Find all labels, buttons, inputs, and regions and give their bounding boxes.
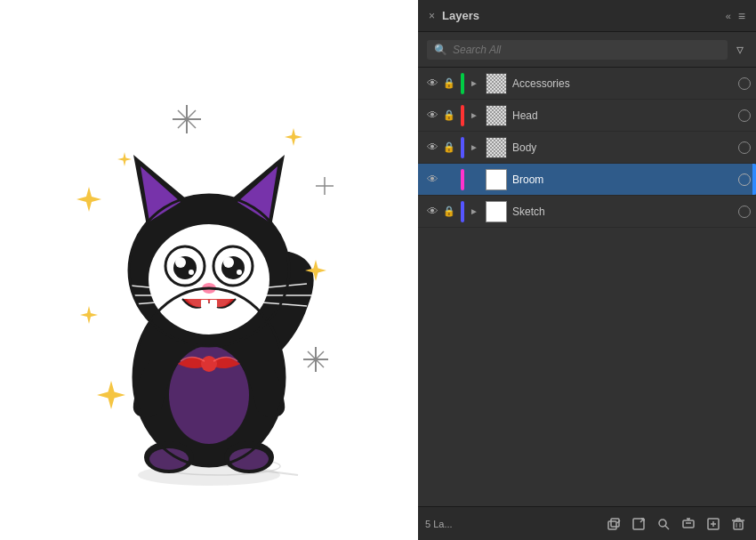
collect-layers-button[interactable] — [678, 513, 699, 535]
layer-name: Head — [512, 109, 735, 122]
layer-color-bar — [461, 169, 464, 190]
svg-marker-52 — [97, 381, 125, 409]
layer-indicator — [738, 77, 751, 90]
layer-row-selected[interactable]: 👁 Broom — [418, 164, 756, 196]
panel-title-area: × Layers — [429, 9, 479, 22]
layer-color-bar — [461, 105, 464, 126]
expand-button[interactable]: ► — [468, 142, 480, 152]
svg-marker-49 — [76, 187, 101, 212]
visibility-toggle[interactable]: 👁 — [423, 77, 441, 90]
close-button[interactable]: × — [429, 10, 435, 22]
svg-point-31 — [223, 257, 234, 268]
layer-thumbnail — [486, 201, 507, 222]
svg-rect-69 — [683, 520, 694, 528]
toolbar-actions — [603, 513, 749, 535]
layer-row[interactable]: 👁 🔒 ► Body — [418, 132, 756, 164]
layer-color-bar — [461, 73, 464, 94]
svg-point-27 — [189, 270, 194, 275]
layer-color-bar — [461, 201, 464, 222]
svg-point-67 — [659, 520, 666, 527]
layer-color-bar — [461, 137, 464, 158]
layer-name: Body — [512, 141, 735, 154]
layer-count-label: 5 La... — [425, 519, 453, 529]
layer-indicator — [738, 206, 751, 218]
search-input[interactable] — [453, 44, 720, 56]
lock-toggle[interactable]: 🔒 — [441, 77, 457, 89]
svg-point-22 — [149, 224, 269, 334]
selection-indicator — [752, 164, 756, 195]
layer-name: Sketch — [512, 206, 735, 218]
layer-indicator — [738, 109, 751, 122]
lock-toggle[interactable]: 🔒 — [441, 206, 457, 217]
layer-thumbnail — [486, 169, 507, 190]
svg-rect-34 — [201, 300, 208, 308]
filter-button[interactable]: ▿ — [733, 39, 747, 60]
svg-point-32 — [237, 270, 242, 275]
panel-title: Layers — [442, 9, 479, 22]
visibility-toggle[interactable]: 👁 — [423, 141, 441, 154]
panel-menu-button[interactable]: ≡ — [738, 9, 745, 23]
layer-name: Accessories — [512, 77, 735, 90]
svg-marker-51 — [80, 306, 98, 324]
add-layer-button[interactable] — [703, 513, 724, 535]
lock-toggle[interactable]: 🔒 — [441, 109, 457, 121]
layer-thumbnail — [486, 105, 507, 126]
layer-indicator — [738, 141, 751, 154]
export-button[interactable] — [628, 513, 649, 535]
svg-line-68 — [665, 526, 669, 529]
search-bar: 🔍 ▿ — [418, 32, 756, 68]
panel-toolbar: 5 La... — [418, 506, 756, 540]
layer-row[interactable]: 👁 🔒 ► Accessories — [418, 68, 756, 100]
svg-marker-48 — [285, 128, 302, 146]
cat-illustration — [22, 21, 396, 520]
layer-name: Broom — [512, 173, 735, 186]
layer-thumbnail — [486, 73, 507, 94]
svg-rect-60 — [608, 521, 616, 529]
svg-marker-59 — [117, 152, 132, 166]
search-icon: 🔍 — [434, 44, 447, 56]
visibility-toggle[interactable]: 👁 — [423, 173, 441, 186]
lock-toggle[interactable]: 🔒 — [441, 141, 457, 153]
search-input-wrapper[interactable]: 🔍 — [427, 40, 728, 60]
visibility-toggle[interactable]: 👁 — [423, 205, 441, 218]
panel-header: × Layers « ≡ — [418, 0, 756, 32]
layers-panel: × Layers « ≡ 🔍 ▿ 👁 🔒 ► Accessories — [418, 0, 756, 540]
layer-row[interactable]: 👁 🔒 ► Head — [418, 100, 756, 132]
expand-button[interactable]: ► — [468, 110, 480, 120]
collapse-button[interactable]: « — [726, 11, 731, 21]
layer-indicator — [738, 173, 751, 186]
svg-rect-76 — [734, 521, 743, 529]
layer-row[interactable]: 👁 🔒 ► Sketch — [418, 196, 756, 228]
expand-button[interactable]: ► — [468, 206, 480, 216]
expand-button[interactable]: ► — [468, 78, 480, 88]
make-clipping-mask-button[interactable] — [603, 513, 624, 535]
svg-rect-35 — [210, 300, 217, 308]
find-layers-button[interactable] — [653, 513, 674, 535]
delete-layer-button[interactable] — [728, 513, 749, 535]
svg-point-19 — [201, 356, 217, 372]
layer-thumbnail — [486, 137, 507, 158]
canvas-area — [0, 0, 418, 540]
visibility-toggle[interactable]: 👁 — [423, 109, 441, 122]
svg-point-26 — [175, 257, 186, 268]
layers-list: 👁 🔒 ► Accessories 👁 🔒 ► Head 👁 🔒 ► — [418, 68, 756, 506]
